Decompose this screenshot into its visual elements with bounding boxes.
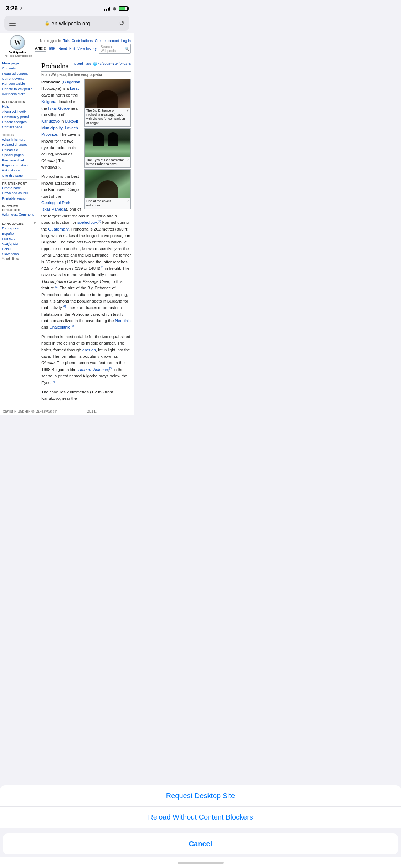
wifi-icon: ⊛	[113, 6, 117, 11]
url-text: en.wikipedia.org	[51, 20, 90, 26]
address-bar-container: 🔒 en.wikipedia.org ↺	[0, 14, 134, 33]
wiki-site-name: Wikipedia	[9, 50, 26, 54]
article-para-4: The cave lies 2 kilometres (1.2 mi) from…	[41, 389, 131, 402]
sidebar-lang-pl[interactable]: Polski	[2, 247, 37, 251]
address-bar-left	[9, 21, 16, 26]
neolithic-link[interactable]: Neolithic	[115, 319, 131, 323]
sidebar-main-page[interactable]: Main page	[2, 61, 37, 66]
battery-icon	[119, 6, 128, 11]
sidebar-wikimedia[interactable]: Wikimedia Commons	[2, 212, 37, 217]
cave-image-1[interactable]	[85, 79, 130, 108]
sidebar-featured-content[interactable]: Featured content	[2, 72, 37, 76]
quaternary-link[interactable]: Quaternary	[48, 227, 68, 231]
iskar-gorge-link[interactable]: Iskar Gorge	[48, 106, 70, 110]
sidebar-divider-3	[2, 179, 37, 180]
article-body: The Big Entrance of Prohodna (Passage) c…	[41, 79, 131, 402]
status-icons: ⊛	[104, 6, 128, 11]
sidebar-lang-fr[interactable]: Français	[2, 237, 37, 241]
wiki-article: Coordinates: 🌐 43°10′33″N 24°04′23″E Pro…	[39, 59, 134, 408]
sidebar-contents[interactable]: Contents	[2, 66, 37, 71]
gear-icon[interactable]: ⚙	[34, 221, 37, 225]
sidebar-lang-es[interactable]: Español	[2, 232, 37, 236]
karst-link[interactable]: karst	[70, 86, 79, 91]
cave-image-3[interactable]	[85, 170, 130, 198]
wiki-logo[interactable]: Wikipedia The Free Encyclopedia	[3, 35, 32, 57]
sidebar-help[interactable]: Help	[2, 104, 37, 109]
sidebar-wikidata[interactable]: Wikidata item	[2, 168, 37, 172]
address-bar[interactable]: 🔒 en.wikipedia.org ↺	[4, 16, 129, 31]
image-caption-3: One of the cave's entrances ⤢	[85, 198, 130, 208]
sidebar-contact[interactable]: Contact page	[2, 125, 37, 129]
sidebar-page-info[interactable]: Page information	[2, 163, 37, 167]
sidebar-download-pdf[interactable]: Download as PDF	[2, 191, 37, 195]
sidebar-lang-sk[interactable]: Slovenčina	[2, 252, 37, 256]
sidebar-about[interactable]: About Wikipedia	[2, 110, 37, 114]
view-history-action[interactable]: View history	[77, 47, 97, 51]
karlukovo-link[interactable]: Karlukovo	[41, 119, 60, 123]
sidebar-divider-4	[2, 202, 37, 202]
sidebar-lang-bg[interactable]: Български	[2, 226, 37, 231]
signal-bars-icon	[104, 6, 110, 11]
expand-icon-3[interactable]: ⤢	[126, 199, 129, 203]
wiki-globe-icon	[10, 35, 25, 50]
sidebar-upload[interactable]: Upload file	[2, 148, 37, 152]
sidebar-donate[interactable]: Donate to Wikipedia	[2, 87, 37, 91]
create-account-link[interactable]: Create account	[95, 39, 119, 43]
wiki-actions: Read Edit View history Search Wikipedia …	[58, 44, 131, 54]
article-coordinates[interactable]: Coordinates: 🌐 43°10′33″N 24°04′23″E	[74, 62, 131, 66]
sidebar-cite[interactable]: Cite this page	[2, 174, 37, 178]
sidebar-lang-hy[interactable]: Հայերեն	[2, 242, 37, 246]
expand-icon-1[interactable]: ⤢	[126, 109, 129, 113]
sidebar-edit-links[interactable]: ✎ Edit links	[2, 257, 37, 261]
lock-icon: 🔒	[45, 21, 50, 26]
talk-link[interactable]: Talk	[63, 39, 70, 43]
log-in-link[interactable]: Log in	[121, 39, 131, 43]
reload-icon[interactable]: ↺	[119, 19, 124, 27]
sidebar-printable[interactable]: Printable version	[2, 196, 37, 201]
wiki-header: Wikipedia The Free Encyclopedia Not logg…	[0, 33, 134, 59]
hamburger-menu-icon[interactable]	[9, 21, 16, 26]
wiki-sidebar: Main page Contents Featured content Curr…	[0, 59, 39, 408]
contributions-link[interactable]: Contributions	[72, 39, 93, 43]
bulgaria-link[interactable]: Bulgaria	[41, 99, 56, 104]
expand-icon-2[interactable]: ⤢	[126, 158, 129, 162]
speleology-link[interactable]: speleology	[77, 220, 97, 224]
sidebar-current-events[interactable]: Current events	[2, 77, 37, 81]
edit-action[interactable]: Edit	[69, 47, 75, 51]
sidebar-related-changes[interactable]: Related changes	[2, 143, 37, 147]
location-arrow-icon: ↗	[19, 6, 22, 11]
not-logged-in: Not logged in	[40, 39, 61, 43]
sidebar-store[interactable]: Wikipedia store	[2, 92, 37, 96]
read-action[interactable]: Read	[58, 47, 67, 51]
sidebar-community[interactable]: Community portal	[2, 115, 37, 119]
sidebar-recent-changes[interactable]: Recent changes	[2, 120, 37, 124]
erosion-link[interactable]: erosion	[82, 348, 96, 352]
sidebar-special[interactable]: Special pages	[2, 153, 37, 157]
sidebar-other-projects-title: In other projects	[2, 205, 37, 212]
info-images: The Big Entrance of Prohodna (Passage) c…	[84, 79, 131, 211]
sidebar-permanent[interactable]: Permanent link	[2, 158, 37, 162]
wiki-top-bar: Not logged in Talk Contributions Create …	[35, 39, 131, 43]
wiki-main-content: Main page Contents Featured content Curr…	[0, 59, 134, 408]
sidebar-random-article[interactable]: Random article	[2, 82, 37, 86]
cave-image-2[interactable]	[85, 129, 130, 157]
partial-bottom-text: халки и църкви ®. Дневник (in 2011.	[0, 408, 134, 415]
address-text[interactable]: 🔒 en.wikipedia.org	[45, 20, 90, 26]
chalcolithic-link[interactable]: Chalcolithic	[49, 325, 70, 329]
sidebar-create-book[interactable]: Create book	[2, 186, 37, 190]
wiki-nav-right: Not logged in Talk Contributions Create …	[35, 39, 131, 54]
time-of-violence-link[interactable]: Time of Violence	[78, 367, 108, 372]
status-bar: 3:26 ↗ ⊛	[0, 0, 134, 14]
caption-text-2: The Eyes of God formation in the Prohodn…	[86, 158, 125, 166]
image-box-2: The Eyes of God formation in the Prohodn…	[84, 128, 131, 168]
search-box[interactable]: Search Wikipedia 🔍	[99, 44, 131, 54]
tab-talk[interactable]: Talk	[48, 46, 55, 52]
bulgarian-link[interactable]: Bulgarian	[63, 80, 81, 84]
wiki-tabs: Article Talk	[35, 46, 55, 52]
image-box-1: The Big Entrance of Prohodna (Passage) c…	[84, 79, 131, 127]
geological-park-link[interactable]: Geological Park Iskar-Panega	[41, 201, 70, 211]
partial-text-2: 2011.	[87, 409, 97, 413]
tab-article[interactable]: Article	[35, 46, 46, 52]
sidebar-what-links[interactable]: What links here	[2, 138, 37, 142]
sidebar-divider-1	[2, 98, 37, 98]
